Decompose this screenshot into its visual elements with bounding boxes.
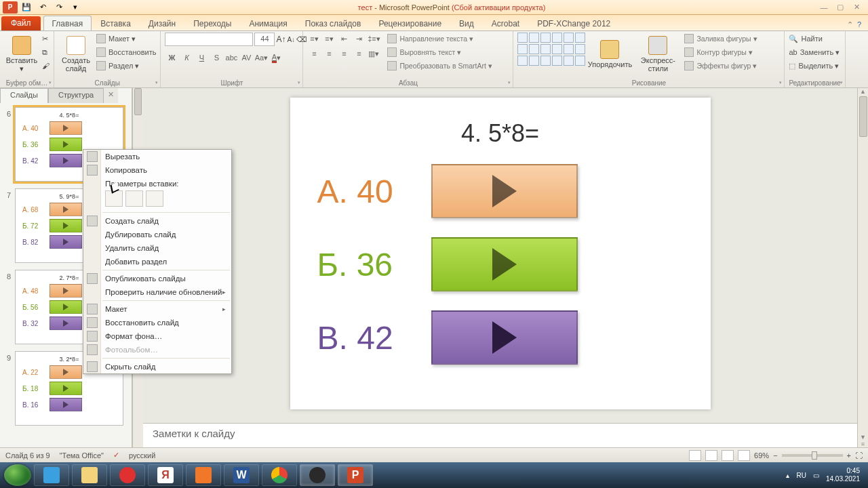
pane-tab-slides[interactable]: Слайды: [0, 88, 48, 103]
answer-b-play-button[interactable]: [431, 237, 578, 291]
task-obs[interactable]: [300, 464, 335, 486]
answer-c-label[interactable]: В. 42: [317, 319, 412, 357]
ctx-cut[interactable]: Вырезать: [83, 150, 231, 163]
section-button[interactable]: Раздел ▾: [96, 60, 156, 72]
align-center-icon[interactable]: ≡: [322, 47, 336, 60]
ctx-new-slide[interactable]: Создать слайд: [83, 214, 231, 228]
quick-styles-button[interactable]: Экспресс-стили: [634, 33, 682, 76]
zoom-slider[interactable]: [782, 454, 843, 457]
ctx-delete-slide[interactable]: Удалить слайд: [83, 241, 231, 255]
shape-fill-button[interactable]: Заливка фигуры ▾: [684, 33, 757, 45]
task-powerpoint[interactable]: P: [338, 464, 373, 486]
tab-pdfx[interactable]: PDF-XChange 2012: [528, 16, 619, 30]
tab-design[interactable]: Дизайн: [140, 16, 184, 30]
notes-pane[interactable]: Заметки к слайду: [143, 423, 857, 447]
zoom-level[interactable]: 69%: [754, 451, 769, 460]
status-language[interactable]: русский: [129, 451, 155, 460]
pane-tab-outline[interactable]: Структура: [48, 88, 104, 103]
view-slideshow-icon[interactable]: [738, 450, 750, 461]
ctx-copy[interactable]: Копировать: [83, 163, 231, 177]
grow-font-icon[interactable]: A↑: [276, 35, 285, 44]
indent-dec-icon[interactable]: ⇤: [337, 33, 351, 45]
shape-outline-button[interactable]: Контур фигуры ▾: [684, 46, 757, 58]
answer-a-label[interactable]: А. 40: [317, 173, 412, 210]
layout-button[interactable]: Макет ▾: [96, 33, 156, 45]
slide-canvas[interactable]: 4. 5*8= А. 40 Б. 36 В. 42: [290, 98, 711, 409]
tray-flag-icon[interactable]: ▭: [813, 472, 819, 479]
strike-button[interactable]: S: [210, 52, 223, 64]
numbering-icon[interactable]: ≡▾: [322, 33, 336, 45]
align-justify-icon[interactable]: ≡: [352, 47, 366, 60]
shrink-font-icon[interactable]: A↓: [287, 36, 295, 43]
minimize-icon[interactable]: —: [818, 3, 830, 12]
undo-icon[interactable]: ↶: [35, 1, 50, 14]
ctx-check-updates[interactable]: Проверить наличие обновлений▸: [83, 285, 231, 299]
new-slide-button[interactable]: Создать слайд: [58, 33, 94, 76]
find-button[interactable]: 🔍Найти: [789, 33, 840, 45]
align-left-icon[interactable]: ≡: [307, 47, 321, 60]
zoom-fit-icon[interactable]: ⛶: [855, 451, 863, 460]
spacing-button[interactable]: AV: [239, 52, 253, 64]
task-word[interactable]: W: [224, 464, 259, 486]
replace-button[interactable]: abЗаменить ▾: [789, 46, 840, 58]
answer-b-label[interactable]: Б. 36: [317, 246, 412, 283]
tray-clock[interactable]: 0:4514.03.2021: [826, 467, 860, 483]
reset-button[interactable]: Восстановить: [96, 46, 156, 58]
start-button[interactable]: [4, 464, 31, 486]
ctx-publish[interactable]: Опубликовать слайды: [83, 272, 231, 285]
task-ie[interactable]: [34, 464, 69, 486]
underline-button[interactable]: Ч: [195, 52, 208, 64]
line-spacing-icon[interactable]: ‡≡▾: [367, 33, 380, 45]
tab-home[interactable]: Главная: [43, 16, 92, 30]
font-family-combo[interactable]: [165, 33, 253, 46]
question-title[interactable]: 4. 5*8=: [317, 119, 684, 148]
task-opera[interactable]: [110, 464, 145, 486]
zoom-in-icon[interactable]: +: [847, 451, 851, 460]
tab-review[interactable]: Рецензирование: [370, 16, 450, 30]
save-icon[interactable]: 💾: [19, 1, 34, 14]
pane-close-icon[interactable]: ✕: [104, 88, 118, 103]
shadow-button[interactable]: abc: [224, 52, 238, 64]
select-button[interactable]: ⬚Выделить ▾: [789, 60, 840, 72]
answer-a-play-button[interactable]: [431, 164, 578, 218]
italic-button[interactable]: К: [180, 52, 193, 64]
view-sorter-icon[interactable]: [705, 450, 717, 461]
ctx-add-section[interactable]: Добавить раздел: [83, 255, 231, 268]
canvas-scrollbar[interactable]: ▲ ▼ ≡: [857, 88, 868, 447]
redo-icon[interactable]: ↷: [52, 1, 66, 14]
smartart-button[interactable]: Преобразовать в SmartArt ▾: [387, 60, 492, 72]
ctx-hide-slide[interactable]: Скрыть слайд: [83, 360, 231, 373]
close-icon[interactable]: ✕: [850, 3, 863, 12]
tab-acrobat[interactable]: Acrobat: [483, 16, 528, 30]
task-player[interactable]: [186, 464, 221, 486]
tab-slideshow[interactable]: Показ слайдов: [296, 16, 370, 30]
cut-button[interactable]: ✂: [42, 33, 50, 45]
tab-view[interactable]: Вид: [450, 16, 483, 30]
tab-insert[interactable]: Вставка: [92, 16, 140, 30]
task-yandex[interactable]: Я: [148, 464, 183, 486]
font-color-button[interactable]: A▾: [269, 52, 283, 64]
shapes-gallery[interactable]: [517, 33, 585, 66]
paste-button[interactable]: Вставить▾: [4, 33, 39, 76]
help-icon[interactable]: ?: [857, 20, 861, 29]
indent-inc-icon[interactable]: ⇥: [352, 33, 366, 45]
maximize-icon[interactable]: ▢: [834, 3, 846, 12]
copy-button[interactable]: ⧉: [42, 46, 50, 58]
ctx-layout[interactable]: Макет▸: [83, 302, 231, 316]
answer-c-play-button[interactable]: [431, 310, 578, 365]
tab-file[interactable]: Файл: [1, 16, 41, 30]
bold-button[interactable]: Ж: [165, 52, 178, 64]
paste-opt-3[interactable]: [146, 190, 163, 207]
align-right-icon[interactable]: ≡: [337, 47, 351, 60]
qat-more-icon[interactable]: ▾: [68, 1, 83, 14]
task-chrome[interactable]: [262, 464, 297, 486]
case-button[interactable]: Aa▾: [254, 52, 268, 64]
bullets-icon[interactable]: ≡▾: [307, 33, 321, 45]
tray-show-hidden-icon[interactable]: ▴: [786, 472, 789, 479]
paste-opt-2[interactable]: [125, 190, 143, 207]
format-painter-button[interactable]: 🖌: [42, 60, 50, 72]
tab-animation[interactable]: Анимация: [240, 16, 296, 30]
ribbon-minimize-icon[interactable]: ⌃: [847, 20, 853, 29]
tab-transitions[interactable]: Переходы: [184, 16, 240, 30]
zoom-out-icon[interactable]: −: [773, 451, 777, 460]
